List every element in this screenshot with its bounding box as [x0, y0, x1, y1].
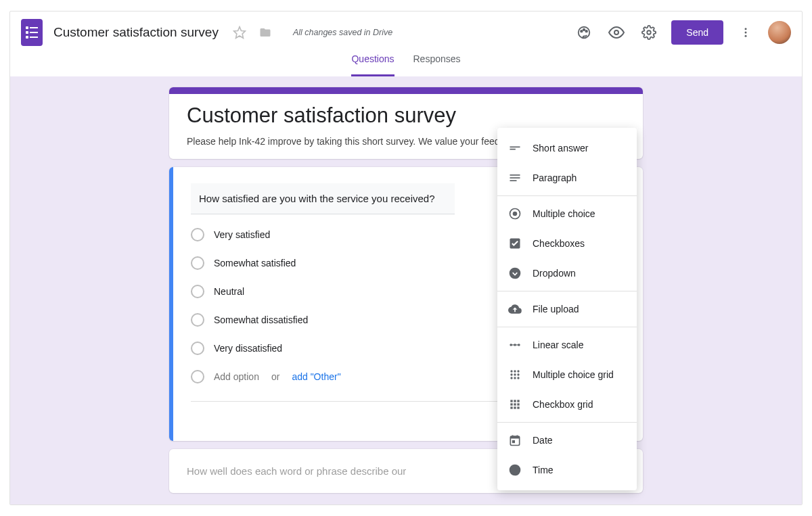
mc-grid-icon — [508, 368, 522, 381]
menu-label: Dropdown — [533, 268, 576, 279]
svg-point-9 — [583, 29, 585, 31]
menu-separator — [497, 422, 637, 423]
menu-label: Time — [533, 465, 554, 475]
menu-label: Multiple choice grid — [533, 369, 614, 380]
svg-point-32 — [517, 370, 519, 372]
option-label[interactable]: Somewhat satisfied — [214, 258, 296, 268]
menu-item-dropdown[interactable]: Dropdown — [497, 258, 637, 288]
date-icon — [508, 433, 522, 447]
radio-icon — [508, 207, 522, 220]
form-title[interactable]: Customer satisfaction survey — [187, 103, 625, 128]
svg-point-33 — [510, 373, 512, 375]
or-label: or — [271, 371, 279, 382]
menu-label: Checkbox grid — [533, 399, 593, 410]
svg-rect-20 — [510, 177, 520, 179]
svg-rect-0 — [26, 26, 28, 29]
preview-icon[interactable] — [606, 22, 627, 43]
avatar[interactable] — [768, 21, 791, 44]
menu-separator — [497, 195, 637, 196]
forms-logo[interactable] — [21, 19, 43, 46]
app-header: Customer satisfaction survey All changes… — [10, 11, 802, 53]
svg-point-31 — [514, 370, 516, 372]
menu-item-linear-scale[interactable]: Linear scale — [497, 330, 637, 360]
svg-point-15 — [745, 35, 747, 37]
svg-rect-43 — [514, 403, 516, 405]
time-icon — [508, 463, 522, 477]
option-label[interactable]: Neutral — [214, 286, 244, 297]
svg-point-37 — [514, 377, 516, 379]
svg-rect-39 — [510, 400, 512, 402]
dropdown-icon — [508, 266, 522, 280]
svg-rect-29 — [511, 344, 519, 345]
svg-rect-51 — [517, 436, 518, 438]
radio-icon — [191, 285, 204, 298]
svg-point-14 — [745, 32, 747, 34]
tabs: Questions Responses — [10, 53, 802, 76]
svg-rect-21 — [510, 180, 517, 181]
palette-icon[interactable] — [574, 22, 594, 43]
svg-rect-44 — [517, 403, 519, 405]
save-status: All changes saved in Drive — [293, 28, 392, 37]
menu-label: Short answer — [533, 143, 588, 154]
svg-marker-6 — [234, 27, 246, 39]
question-type-menu: Short answer Paragraph Multiple choice C… — [497, 128, 637, 490]
menu-label: Linear scale — [533, 339, 584, 350]
svg-point-11 — [614, 30, 618, 34]
svg-point-35 — [517, 373, 519, 375]
menu-item-multiple-choice[interactable]: Multiple choice — [497, 199, 637, 229]
add-option-label[interactable]: Add option — [214, 371, 259, 382]
star-icon[interactable] — [229, 22, 250, 43]
menu-item-paragraph[interactable]: Paragraph — [497, 163, 637, 193]
svg-rect-46 — [514, 406, 516, 408]
svg-point-23 — [513, 212, 518, 216]
radio-icon — [191, 342, 204, 355]
option-label[interactable]: Very satisfied — [214, 229, 270, 240]
option-label[interactable]: Somewhat dissatisfied — [214, 314, 308, 325]
svg-point-30 — [510, 370, 512, 372]
svg-rect-47 — [517, 406, 519, 408]
menu-item-time[interactable]: Time — [497, 455, 637, 485]
menu-label: File upload — [533, 304, 579, 314]
more-icon[interactable] — [736, 22, 756, 43]
svg-rect-42 — [510, 403, 512, 405]
menu-separator — [497, 327, 637, 327]
svg-rect-40 — [514, 400, 516, 402]
radio-icon — [191, 256, 204, 270]
folder-icon[interactable] — [255, 22, 275, 43]
radio-icon — [191, 228, 204, 241]
menu-item-cb-grid[interactable]: Checkbox grid — [497, 390, 637, 419]
tab-responses[interactable]: Responses — [413, 53, 461, 76]
menu-item-short-answer[interactable]: Short answer — [497, 133, 637, 163]
document-title[interactable]: Customer satisfaction survey — [53, 25, 219, 40]
question-text-input[interactable] — [191, 183, 455, 214]
menu-item-mc-grid[interactable]: Multiple choice grid — [497, 360, 637, 390]
svg-rect-18 — [510, 149, 516, 150]
svg-point-8 — [581, 30, 583, 32]
upload-icon — [508, 302, 522, 316]
cb-grid-icon — [508, 398, 522, 411]
svg-rect-49 — [510, 436, 519, 438]
svg-rect-5 — [30, 37, 38, 38]
tab-questions[interactable]: Questions — [351, 53, 394, 76]
svg-point-10 — [586, 30, 588, 32]
add-other-link[interactable]: add "Other" — [292, 371, 340, 382]
svg-point-13 — [745, 28, 747, 30]
radio-icon — [191, 370, 204, 383]
svg-rect-50 — [512, 436, 514, 438]
linear-scale-icon — [508, 338, 522, 352]
menu-item-checkboxes[interactable]: Checkboxes — [497, 229, 637, 258]
menu-label: Paragraph — [533, 172, 577, 183]
checkbox-icon — [508, 237, 522, 250]
menu-item-date[interactable]: Date — [497, 425, 637, 455]
send-button[interactable]: Send — [671, 20, 723, 45]
paragraph-icon — [508, 171, 522, 185]
settings-icon[interactable] — [639, 22, 659, 43]
menu-label: Checkboxes — [533, 238, 585, 249]
svg-rect-19 — [510, 174, 520, 176]
menu-label: Multiple choice — [533, 208, 595, 219]
svg-rect-1 — [30, 27, 38, 28]
svg-rect-17 — [510, 147, 520, 148]
option-label[interactable]: Very dissatisfied — [214, 343, 282, 354]
svg-rect-4 — [26, 36, 28, 39]
menu-item-file-upload[interactable]: File upload — [497, 294, 637, 324]
